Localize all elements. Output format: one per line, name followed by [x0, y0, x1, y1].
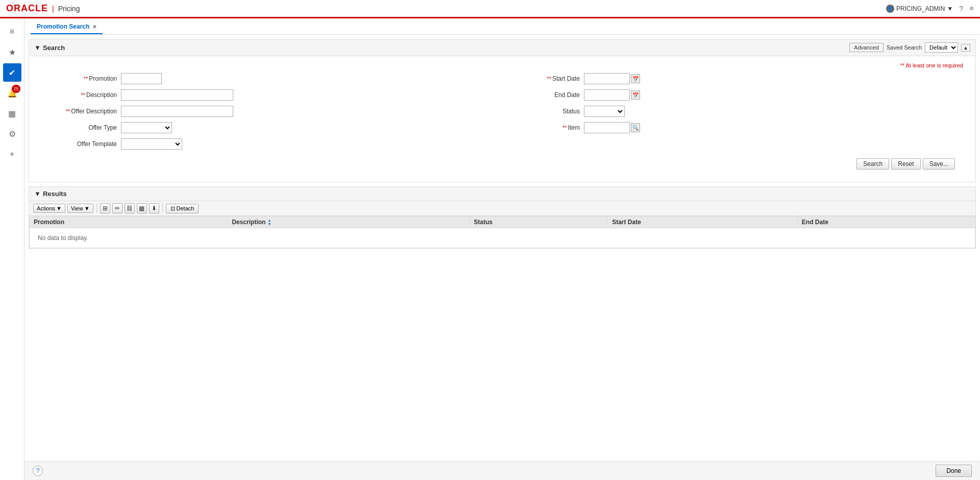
offer-type-row: Offer Type: [50, 122, 492, 134]
search-form: ** At least one is required ** Promotion: [29, 56, 975, 182]
bottom-bar: ? Done: [24, 461, 980, 480]
col-header-promotion: Promotion: [30, 217, 228, 228]
offer-description-label: ** Offer Description: [50, 108, 121, 115]
notification-badge: 25: [12, 85, 20, 93]
link-icon: ⛓: [127, 205, 133, 212]
sidebar-item-settings[interactable]: ⚙: [3, 125, 21, 143]
page-content: ▼ Search Advanced Saved Search Default ▲…: [24, 35, 980, 461]
results-toolbar: Actions ▼ View ▼ ⊞ ✏ ⛓: [29, 201, 975, 216]
results-section-header: ▼ Results: [29, 187, 975, 201]
freeze-icon: ⊞: [103, 205, 108, 212]
item-required-star: **: [562, 125, 567, 131]
col-header-end-date: End Date: [797, 217, 975, 228]
tab-promotion-search[interactable]: Promotion Search ✕: [31, 20, 103, 34]
promotion-label: ** Promotion: [50, 75, 121, 82]
saved-search-label: Saved Search: [887, 44, 922, 51]
search-section-header: ▼ Search Advanced Saved Search Default ▲: [29, 39, 975, 56]
end-date-calendar-icon[interactable]: 📅: [631, 90, 640, 100]
expand-icon[interactable]: ▲: [961, 44, 970, 52]
tab-close-icon[interactable]: ✕: [92, 24, 96, 30]
tab-bar: Promotion Search ✕: [24, 18, 980, 35]
user-info[interactable]: 👤 PRICING_ADMIN ▼: [886, 5, 953, 13]
promotion-input[interactable]: [121, 73, 162, 84]
done-button[interactable]: Done: [936, 465, 972, 477]
results-section-title: ▼ Results: [34, 190, 67, 198]
start-date-input[interactable]: [584, 73, 630, 84]
start-date-wrap: 📅: [584, 73, 640, 84]
start-date-calendar-icon[interactable]: 📅: [631, 74, 640, 83]
edit-button[interactable]: ✏: [112, 203, 122, 213]
grid-icon: ▦: [139, 205, 144, 212]
start-date-label: ** Start Date: [512, 75, 584, 82]
view-button[interactable]: View ▼: [67, 204, 93, 213]
status-select[interactable]: [584, 106, 625, 117]
advanced-button[interactable]: Advanced: [849, 43, 884, 52]
detach-icon: ⊡: [170, 205, 175, 212]
view-dropdown-icon: ▼: [84, 205, 90, 211]
offer-template-select[interactable]: [121, 138, 182, 150]
reset-button[interactable]: Reset: [891, 158, 920, 170]
item-wrap: 🔍: [584, 122, 640, 133]
results-section: ▼ Results Actions ▼ View ▼: [29, 186, 976, 249]
save-button[interactable]: Save...: [923, 158, 955, 170]
offer-description-input[interactable]: [121, 106, 233, 117]
sidebar-item-notifications[interactable]: 🔔 25: [3, 84, 21, 102]
form-grid: ** Promotion ** Description: [39, 73, 965, 154]
end-date-wrap: 📅: [584, 89, 640, 101]
link-button[interactable]: ⛓: [125, 203, 135, 213]
item-label: ** Item: [512, 124, 584, 131]
app-title: Pricing: [58, 5, 80, 13]
sidebar-item-add[interactable]: +: [3, 145, 21, 163]
user-name: PRICING_ADMIN: [896, 5, 945, 12]
bar-chart-icon: ▦: [8, 109, 16, 118]
promotion-row: ** Promotion: [50, 73, 492, 85]
search-button[interactable]: Search: [856, 158, 889, 170]
results-table: Promotion Description ▲ ▼: [29, 216, 975, 248]
col-header-description[interactable]: Description ▲ ▼: [228, 217, 470, 228]
status-label: Status: [512, 108, 584, 115]
form-left: ** Promotion ** Description: [39, 73, 502, 154]
sidebar-item-reports[interactable]: ▦: [3, 104, 21, 123]
col-header-status: Status: [470, 217, 608, 228]
star-icon: ★: [9, 47, 16, 57]
detach-button[interactable]: ⊡ Detach: [166, 204, 199, 213]
end-date-label: End Date: [512, 91, 584, 99]
bottom-help-icon[interactable]: ?: [33, 466, 43, 476]
header-divider: |: [52, 5, 54, 13]
offer-desc-required-star: **: [66, 108, 70, 114]
offer-type-select[interactable]: [121, 122, 172, 133]
start-date-row: ** Start Date 📅: [512, 73, 955, 85]
settings-header-icon[interactable]: ⚙: [969, 6, 974, 11]
hamburger-icon: ≡: [10, 27, 14, 36]
end-date-input[interactable]: [584, 89, 630, 101]
tab-label: Promotion Search: [37, 23, 89, 30]
actions-button[interactable]: Actions ▼: [33, 204, 65, 213]
sort-desc-icon: ▼: [267, 222, 271, 226]
check-icon: ✔: [9, 68, 15, 78]
sidebar-item-favorites[interactable]: ★: [3, 43, 21, 61]
item-input[interactable]: [584, 122, 630, 133]
help-icon[interactable]: ?: [959, 5, 963, 13]
description-row: ** Description: [50, 89, 492, 101]
item-search-icon[interactable]: 🔍: [631, 123, 640, 132]
sidebar-item-tasks[interactable]: ✔: [3, 63, 21, 82]
no-data-cell: No data to display.: [30, 228, 975, 248]
user-dropdown-icon[interactable]: ▼: [947, 5, 953, 12]
description-required-star: **: [81, 92, 85, 98]
oracle-brand-text: ORACLE: [6, 3, 48, 14]
toolbar-separator-1: [96, 204, 97, 213]
results-collapse-arrow-icon[interactable]: ▼: [34, 190, 41, 198]
saved-search-select[interactable]: Default: [925, 42, 958, 53]
user-avatar-icon: 👤: [886, 5, 894, 13]
export-button[interactable]: ⬇: [149, 203, 159, 213]
collapse-arrow-icon[interactable]: ▼: [34, 44, 41, 52]
freeze-button[interactable]: ⊞: [100, 203, 110, 213]
sidebar: ≡ ★ ✔ 🔔 25 ▦ ⚙ +: [0, 18, 24, 480]
table-header-row: Promotion Description ▲ ▼: [30, 217, 975, 228]
description-input[interactable]: [121, 89, 233, 101]
search-section: ▼ Search Advanced Saved Search Default ▲…: [29, 39, 976, 182]
sidebar-item-hamburger[interactable]: ≡: [3, 22, 21, 41]
status-row: Status: [512, 105, 955, 117]
gear-icon: ⚙: [9, 129, 16, 139]
view-toggle-button[interactable]: ▦: [137, 203, 147, 213]
